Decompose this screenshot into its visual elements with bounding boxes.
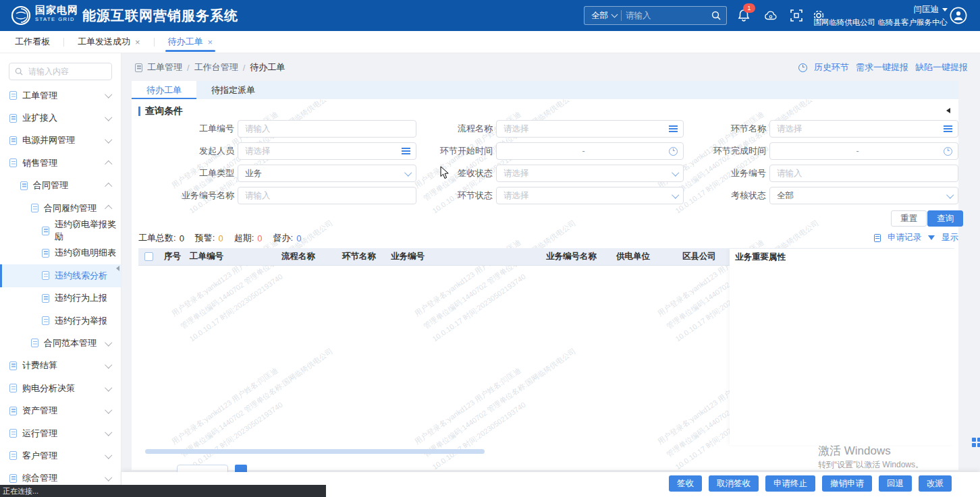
avatar[interactable] (950, 7, 967, 24)
step-status-select[interactable] (496, 187, 684, 204)
user-block[interactable]: 闫匡迪 国网临猗供电公司 临猗县客户服务中心 (813, 4, 948, 28)
sidebar-item-operation-mgmt[interactable]: 运行管理 (0, 422, 121, 444)
initiator-field[interactable] (244, 146, 398, 156)
select-all-checkbox[interactable] (144, 252, 153, 261)
mouse-cursor (440, 166, 450, 179)
step-start-time-field[interactable] (502, 146, 665, 156)
clock-icon (669, 147, 678, 156)
sidebar-item-violation-report[interactable]: 违约行为举报 (0, 310, 121, 332)
document-icon (20, 181, 28, 190)
sidebar-item-report-reward[interactable]: 违约窃电举报奖励 (0, 219, 121, 241)
list-picker-icon[interactable] (944, 125, 952, 133)
revoke-apply-button[interactable]: 撤销申请 (822, 475, 872, 492)
tab-waiting-assign[interactable]: 待指定派单 (196, 81, 270, 99)
business-no-field[interactable] (775, 168, 952, 179)
column-header-supply: 供电单位 (611, 251, 677, 262)
sidebar-item-label: 合同范本管理 (44, 337, 97, 349)
sign-status-field[interactable] (502, 168, 669, 179)
business-no-name-field[interactable] (244, 190, 410, 201)
sidebar-item-contract-performance[interactable]: 合同履约管理 (0, 197, 121, 219)
demand-report-link[interactable]: 需求一键提报 (856, 61, 908, 74)
sidebar-item-contract-mgmt[interactable]: 合同管理 (0, 175, 121, 197)
close-icon[interactable]: × (208, 38, 213, 47)
chevron-down-icon (105, 113, 112, 121)
tab-work-board[interactable]: 工作看板 (12, 31, 53, 53)
user-name-row: 闫匡迪 (813, 4, 948, 16)
list-picker-icon[interactable] (669, 125, 678, 133)
sidebar-item-label: 违约窃电明细表 (55, 247, 116, 259)
close-icon[interactable]: × (135, 38, 140, 47)
step-end-time-range[interactable] (769, 142, 958, 160)
sidebar-item-sales-mgmt[interactable]: 销售管理 (0, 152, 121, 174)
cloud-icon[interactable] (764, 9, 778, 22)
cancel-sign-button[interactable]: 取消签收 (709, 475, 759, 492)
chevron-up-icon (105, 206, 112, 213)
rollback-button[interactable]: 回退 (879, 475, 912, 492)
process-name-picker[interactable] (496, 120, 684, 138)
history-steps-link[interactable]: 历史环节 (814, 61, 849, 74)
search-button[interactable]: 查询 (927, 210, 963, 227)
sidebar-item-contract-template[interactable]: 合同范本管理 (0, 332, 121, 354)
sidebar-item-clue-analysis[interactable]: 违约线索分析 (0, 264, 121, 287)
sidebar-item-label: 合同管理 (33, 179, 68, 192)
initiator-picker[interactable] (238, 142, 416, 160)
sidebar-item-theft-detail[interactable]: 违约窃电明细表 (0, 242, 121, 264)
chevron-down-icon (942, 8, 948, 11)
sidebar-search (9, 63, 112, 80)
horizontal-scrollbar[interactable] (145, 449, 485, 454)
sidebar-item-asset-mgmt[interactable]: 资产管理 (0, 399, 121, 421)
sidebar-item-customer-mgmt[interactable]: 客户管理 (0, 444, 121, 467)
sidebar-item-purchase-analysis[interactable]: 购电分析决策 (0, 377, 121, 399)
process-name-field[interactable] (502, 123, 665, 134)
search-icon[interactable] (711, 11, 721, 20)
order-type-select[interactable] (238, 165, 416, 182)
display-link[interactable]: 显示 (942, 232, 958, 243)
business-no-name-input[interactable] (238, 187, 416, 204)
business-no-input[interactable] (769, 165, 958, 182)
order-no-input[interactable] (238, 120, 416, 138)
breadcrumb-item[interactable]: 工单管理 (147, 61, 182, 74)
step-name-field[interactable] (775, 123, 940, 134)
sidebar-item-grid-connection[interactable]: 电源并网管理 (0, 129, 121, 152)
order-type-field[interactable] (244, 168, 402, 179)
column-header-attr: 业务重要属性 (730, 252, 786, 263)
sign-button[interactable]: 签收 (669, 475, 702, 492)
sidebar-collapse-handle[interactable] (116, 266, 119, 271)
step-status-field[interactable] (502, 190, 669, 201)
assess-status-field[interactable] (775, 190, 944, 201)
sidebar-search-input[interactable] (27, 66, 106, 77)
field-label: 发起人员 (138, 142, 234, 160)
tab-todo[interactable]: 待办工单 (132, 81, 196, 99)
sign-status-select[interactable] (496, 165, 684, 182)
collapse-arrow-icon[interactable] (946, 108, 950, 113)
document-icon (9, 474, 17, 483)
step-start-time-range[interactable] (496, 142, 684, 160)
column-header-order-no: 工单编号 (184, 251, 276, 262)
scan-icon[interactable] (790, 9, 803, 22)
grid-widget-icon[interactable] (972, 438, 980, 448)
step-end-time-field[interactable] (775, 146, 940, 156)
chevron-down-icon (105, 474, 112, 481)
sidebar-item-label: 销售管理 (22, 157, 57, 169)
sidebar-item-violation-report-up[interactable]: 违约行为上报 (0, 287, 121, 310)
breadcrumb-item[interactable]: 工作台管理 (194, 61, 238, 74)
search-input[interactable] (622, 11, 711, 20)
notification-badge: 1 (743, 3, 755, 13)
apply-records-link[interactable]: 申请记录 (888, 232, 921, 243)
sidebar-item-order-mgmt[interactable]: 工单管理 (0, 84, 121, 107)
sidebar-item-expansion-access[interactable]: 业扩接入 (0, 107, 121, 129)
apply-terminate-button[interactable]: 申请终止 (765, 475, 815, 492)
divider (154, 38, 155, 47)
defect-report-link[interactable]: 缺陷一键提报 (915, 61, 968, 74)
reset-button[interactable]: 重置 (891, 210, 927, 227)
list-picker-icon[interactable] (402, 147, 410, 155)
assess-status-select[interactable] (769, 187, 958, 204)
search-scope-select[interactable]: 全部 (584, 10, 621, 22)
tab-todo-orders[interactable]: 待办工单 × (165, 31, 216, 53)
order-no-field[interactable] (244, 123, 410, 134)
step-name-picker[interactable] (769, 120, 958, 138)
sidebar-item-billing[interactable]: 计费结算 (0, 355, 121, 377)
tab-order-sent[interactable]: 工单发送成功 × (75, 31, 143, 53)
supervise-value: 0 (296, 233, 301, 243)
reassign-button[interactable]: 改派 (919, 475, 952, 492)
